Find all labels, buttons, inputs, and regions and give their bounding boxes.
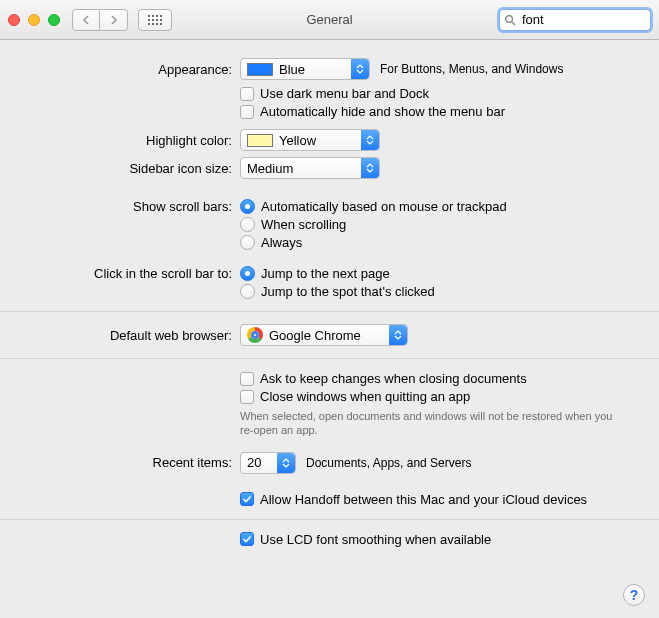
auto-hide-menubar-checkbox[interactable]	[240, 105, 254, 119]
clickbar-opt-0: Jump to the next page	[261, 266, 390, 281]
dropdown-arrows-icon	[361, 158, 379, 178]
dropdown-arrows-icon	[389, 325, 407, 345]
recent-items-hint: Documents, Apps, and Servers	[306, 456, 471, 470]
appearance-select[interactable]: Blue	[240, 58, 370, 80]
appearance-hint: For Buttons, Menus, and Windows	[380, 62, 563, 76]
separator	[0, 311, 659, 312]
svg-rect-3	[160, 15, 162, 17]
search-icon	[504, 14, 516, 26]
svg-rect-4	[148, 19, 150, 21]
svg-rect-1	[152, 15, 154, 17]
browser-label: Default web browser:	[20, 328, 240, 343]
search-field-wrapper[interactable]	[499, 9, 651, 31]
window-controls	[8, 14, 60, 26]
recent-items-label: Recent items:	[20, 455, 240, 470]
content-area: Appearance: Blue For Buttons, Menus, and…	[0, 40, 659, 618]
highlight-label: Highlight color:	[20, 133, 240, 148]
back-button[interactable]	[72, 9, 100, 31]
lcd-smoothing-checkbox[interactable]	[240, 532, 254, 546]
dark-menu-label: Use dark menu bar and Dock	[260, 86, 429, 101]
sidebar-size-value: Medium	[247, 161, 355, 176]
sidebar-size-label: Sidebar icon size:	[20, 161, 240, 176]
ask-keep-changes-label: Ask to keep changes when closing documen…	[260, 371, 527, 386]
lcd-smoothing-label: Use LCD font smoothing when available	[260, 532, 491, 547]
svg-line-13	[512, 21, 515, 24]
appearance-label: Appearance:	[20, 62, 240, 77]
dropdown-arrows-icon	[361, 130, 379, 150]
recent-items-value: 20	[247, 455, 271, 470]
svg-rect-6	[156, 19, 158, 21]
dropdown-arrows-icon	[351, 59, 369, 79]
chrome-icon	[247, 327, 263, 343]
appearance-swatch	[247, 63, 273, 76]
scrollbars-opt-1: When scrolling	[261, 217, 346, 232]
svg-rect-7	[160, 19, 162, 21]
dark-menu-checkbox[interactable]	[240, 87, 254, 101]
search-input[interactable]	[520, 11, 659, 28]
highlight-value: Yellow	[279, 133, 355, 148]
window-title: General	[306, 12, 352, 27]
scrollbars-label: Show scroll bars:	[20, 199, 240, 214]
appearance-value: Blue	[279, 62, 345, 77]
close-windows-checkbox[interactable]	[240, 390, 254, 404]
close-windows-label: Close windows when quitting an app	[260, 389, 470, 404]
svg-rect-11	[160, 23, 162, 25]
svg-point-12	[506, 15, 513, 22]
svg-rect-8	[148, 23, 150, 25]
scrollbars-opt-0: Automatically based on mouse or trackpad	[261, 199, 507, 214]
svg-rect-9	[152, 23, 154, 25]
handoff-label: Allow Handoff between this Mac and your …	[260, 492, 587, 507]
svg-rect-10	[156, 23, 158, 25]
zoom-window-button[interactable]	[48, 14, 60, 26]
separator	[0, 519, 659, 520]
clickbar-radio-spot[interactable]	[240, 284, 255, 299]
close-window-button[interactable]	[8, 14, 20, 26]
recent-items-select[interactable]: 20	[240, 452, 296, 474]
svg-rect-5	[152, 19, 154, 21]
scrollbars-radio-always[interactable]	[240, 235, 255, 250]
scrollbars-opt-2: Always	[261, 235, 302, 250]
highlight-select[interactable]: Yellow	[240, 129, 380, 151]
ask-keep-changes-checkbox[interactable]	[240, 372, 254, 386]
clickbar-radio-nextpage[interactable]	[240, 266, 255, 281]
scrollbars-radio-auto[interactable]	[240, 199, 255, 214]
close-windows-note: When selected, open documents and window…	[240, 409, 620, 438]
scrollbars-radio-scrolling[interactable]	[240, 217, 255, 232]
browser-value: Google Chrome	[269, 328, 383, 343]
help-button[interactable]: ?	[623, 584, 645, 606]
separator	[0, 358, 659, 359]
browser-select[interactable]: Google Chrome	[240, 324, 408, 346]
show-all-button[interactable]	[138, 9, 172, 31]
clickbar-label: Click in the scroll bar to:	[20, 266, 240, 281]
auto-hide-menubar-label: Automatically hide and show the menu bar	[260, 104, 505, 119]
forward-button[interactable]	[100, 9, 128, 31]
sidebar-size-select[interactable]: Medium	[240, 157, 380, 179]
dropdown-arrows-icon	[277, 453, 295, 473]
minimize-window-button[interactable]	[28, 14, 40, 26]
window-toolbar: General	[0, 0, 659, 40]
clickbar-opt-1: Jump to the spot that's clicked	[261, 284, 435, 299]
nav-back-forward	[72, 9, 128, 31]
highlight-swatch	[247, 134, 273, 147]
svg-rect-0	[148, 15, 150, 17]
handoff-checkbox[interactable]	[240, 492, 254, 506]
svg-rect-2	[156, 15, 158, 17]
